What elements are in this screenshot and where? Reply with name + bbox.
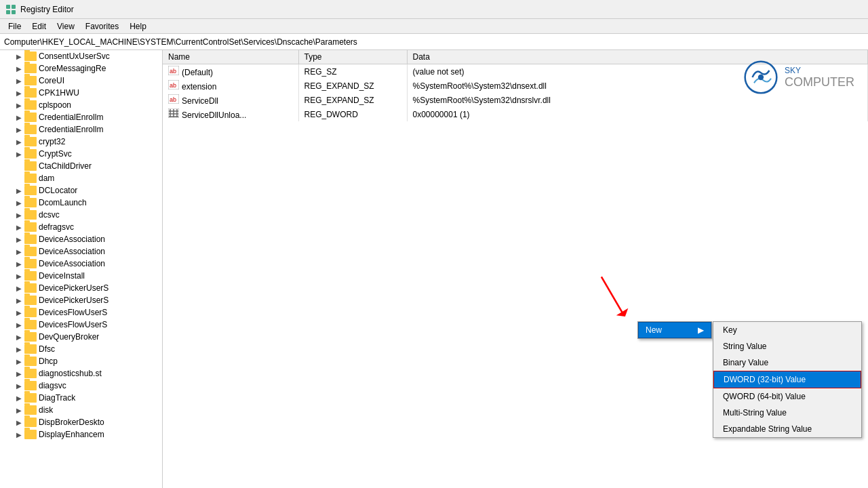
title-bar-text: Registry Editor bbox=[20, 5, 74, 14]
folder-icon bbox=[24, 259, 37, 268]
tree-item-label: DiagTrack bbox=[39, 393, 75, 403]
tree-item[interactable]: ▶Dfsc bbox=[0, 343, 162, 355]
tree-item[interactable]: ▶DispBrokerDeskto bbox=[0, 416, 162, 428]
tree-item-label: DCLocator bbox=[39, 186, 77, 195]
tree-item[interactable]: ▶DevicePickerUserS bbox=[0, 282, 162, 294]
folder-icon bbox=[24, 235, 37, 244]
submenu-item[interactable]: String Value bbox=[713, 338, 861, 354]
tree-item[interactable]: ▶crypt32 bbox=[0, 136, 162, 148]
menu-help[interactable]: Help bbox=[124, 20, 152, 32]
submenu-item[interactable]: Key bbox=[713, 322, 861, 338]
context-menu-new[interactable]: New ▶ bbox=[637, 321, 712, 339]
svg-rect-3 bbox=[12, 10, 16, 14]
tree-item[interactable]: ▶CredentialEnrollm bbox=[0, 111, 162, 123]
submenu-item[interactable]: QWORD (64-bit) Value bbox=[713, 388, 861, 405]
tree-item[interactable]: ▶DisplayEnhancem bbox=[0, 428, 162, 441]
folder-icon bbox=[24, 113, 37, 122]
submenu-item[interactable]: Expandable String Value bbox=[713, 421, 861, 437]
menu-file[interactable]: File bbox=[3, 20, 26, 32]
tree-item[interactable]: ▶CryptSvc bbox=[0, 148, 162, 160]
logo-area: SKY COMPUTER bbox=[744, 60, 854, 94]
new-menu-item[interactable]: New ▶ bbox=[638, 322, 711, 338]
tree-item[interactable]: ▶diagnosticshub.st bbox=[0, 367, 162, 380]
content-panel: Name Type Data ab(Default)REG_SZ(value n… bbox=[163, 50, 868, 488]
tree-item[interactable]: ▶CPK1HWU bbox=[0, 87, 162, 99]
tree-arrow: ▶ bbox=[14, 102, 24, 109]
menu-edit[interactable]: Edit bbox=[26, 20, 52, 32]
logo-sky: SKY bbox=[785, 66, 854, 75]
tree-arrow: ▶ bbox=[14, 65, 24, 73]
tree-item[interactable]: ▶dcsvc bbox=[0, 209, 162, 221]
tree-item[interactable]: ▶DeviceAssociation bbox=[0, 245, 162, 258]
folder-icon bbox=[24, 161, 37, 171]
reg-type-icon: ab bbox=[168, 94, 179, 104]
submenu-item[interactable]: Binary Value bbox=[713, 354, 861, 371]
title-bar: Registry Editor bbox=[0, 0, 868, 19]
tree-item[interactable]: ▶DCLocator bbox=[0, 184, 162, 197]
tree-item-label: DevicePickerUserS bbox=[39, 283, 108, 293]
tree-item[interactable]: ▶disk bbox=[0, 404, 162, 416]
tree-item[interactable]: ▶CoreUI bbox=[0, 75, 162, 87]
tree-item[interactable]: ▶diagsvc bbox=[0, 380, 162, 392]
tree-item-label: dam bbox=[39, 174, 54, 183]
table-row[interactable]: abServiceDllREG_EXPAND_SZ%SystemRoot%\Sy… bbox=[163, 93, 868, 107]
context-submenu[interactable]: KeyString ValueBinary ValueDWORD (32-bit… bbox=[713, 321, 862, 438]
tree-item[interactable]: ▶DeviceAssociation bbox=[0, 233, 162, 245]
tree-item[interactable]: ▶cplspoon bbox=[0, 99, 162, 111]
tree-item[interactable]: ▶CoreMessagingRe bbox=[0, 62, 162, 75]
submenu-item[interactable]: DWORD (32-bit) Value bbox=[713, 371, 861, 388]
folder-icon bbox=[24, 198, 37, 207]
tree-item[interactable]: ▶DevicesFlowUserS bbox=[0, 306, 162, 319]
tree-item-label: CredentialEnrollm bbox=[39, 113, 103, 122]
tree-arrow: ▶ bbox=[14, 297, 24, 304]
tree-item-label: Dfsc bbox=[39, 344, 55, 354]
svg-text:ab: ab bbox=[170, 68, 176, 75]
tree-arrow: ▶ bbox=[14, 285, 24, 292]
tree-arrow: ▶ bbox=[14, 224, 24, 231]
folder-icon bbox=[24, 100, 37, 110]
menu-view[interactable]: View bbox=[52, 20, 80, 32]
tree-arrow: ▶ bbox=[14, 407, 24, 414]
table-row[interactable]: ServiceDllUnloa...REG_DWORD0x00000001 (1… bbox=[163, 107, 868, 121]
reg-name-cell: ab(Default) bbox=[163, 64, 298, 79]
tree-item-label: DeviceAssociation bbox=[39, 247, 105, 256]
tree-item[interactable]: ▶DevQueryBroker bbox=[0, 331, 162, 343]
svg-rect-1 bbox=[12, 5, 16, 9]
tree-item[interactable]: ▶defragsvc bbox=[0, 221, 162, 233]
tree-item[interactable]: ▶CredentialEnrollm bbox=[0, 123, 162, 136]
tree-item[interactable]: ▶DevicePickerUserS bbox=[0, 294, 162, 306]
svg-point-22 bbox=[758, 75, 764, 80]
menu-favorites[interactable]: Favorites bbox=[80, 20, 124, 32]
folder-icon bbox=[24, 186, 37, 195]
folder-icon bbox=[24, 222, 37, 232]
svg-text:ab: ab bbox=[170, 96, 176, 103]
tree-arrow: ▶ bbox=[14, 260, 24, 268]
tree-item-label: Dhcp bbox=[39, 357, 58, 366]
folder-icon bbox=[24, 52, 37, 61]
tree-item[interactable]: ▶DcomLaunch bbox=[0, 197, 162, 209]
reg-type-cell: REG_DWORD bbox=[298, 107, 407, 121]
tree-arrow: ▶ bbox=[14, 150, 24, 158]
folder-icon bbox=[24, 174, 37, 183]
folder-icon bbox=[24, 88, 37, 98]
tree-panel[interactable]: ▶ConsentUxUserSvc▶CoreMessagingRe▶CoreUI… bbox=[0, 50, 163, 488]
submenu-item[interactable]: Multi-String Value bbox=[713, 405, 861, 421]
tree-item[interactable]: ▶DiagTrack bbox=[0, 392, 162, 404]
tree-arrow: ▶ bbox=[14, 358, 24, 365]
tree-item[interactable]: dam bbox=[0, 172, 162, 184]
tree-item[interactable]: ▶DeviceAssociation bbox=[0, 258, 162, 270]
tree-arrow: ▶ bbox=[14, 53, 24, 60]
tree-item-label: CredentialEnrollm bbox=[39, 125, 103, 134]
tree-item[interactable]: ▶DevicesFlowUserS bbox=[0, 319, 162, 331]
folder-icon bbox=[24, 271, 37, 281]
tree-item[interactable]: ▶Dhcp bbox=[0, 355, 162, 367]
tree-item-label: CoreUI bbox=[39, 76, 64, 85]
tree-arrow: ▶ bbox=[14, 309, 24, 317]
tree-item-label: DisplayEnhancem bbox=[39, 430, 104, 439]
tree-item[interactable]: ▶ConsentUxUserSvc bbox=[0, 50, 162, 62]
tree-item[interactable]: CtaChildDriver bbox=[0, 160, 162, 172]
svg-rect-0 bbox=[6, 5, 10, 9]
tree-item-label: DevicesFlowUserS bbox=[39, 320, 107, 329]
tree-item[interactable]: ▶DeviceInstall bbox=[0, 270, 162, 282]
tree-item-label: DevicesFlowUserS bbox=[39, 308, 107, 317]
